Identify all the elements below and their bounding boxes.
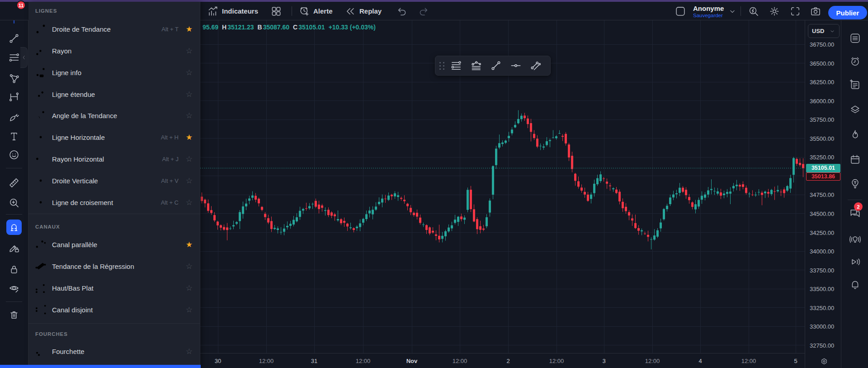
menu-section-header: FOURCHES — [35, 331, 68, 337]
menu-item-ligne-horizontale[interactable]: Ligne HorizontaleAlt + H★ — [28, 126, 200, 148]
time-tick: 12:00 — [645, 358, 660, 364]
float-tool-ft-fib-button[interactable] — [446, 57, 466, 74]
user-menu[interactable]: Anonyme Sauvegarder — [693, 5, 724, 19]
fib-retracement-tool-button[interactable] — [6, 50, 22, 65]
favorite-star-icon[interactable]: ★ — [186, 25, 193, 33]
fullscreen-button[interactable] — [789, 2, 801, 20]
layout-select-button[interactable] — [675, 2, 686, 20]
menu-item-droite-de-tendance[interactable]: Droite de TendanceAlt + T★ — [28, 18, 200, 40]
axis-settings-icon[interactable] — [819, 357, 829, 367]
remove-drawings-tool-button[interactable] — [6, 307, 22, 322]
live-ideas-button[interactable] — [848, 233, 862, 246]
menu-item-canal-parall-le[interactable]: Canal parallèle★ — [28, 234, 200, 255]
hide-drawings-tool-icon — [8, 282, 20, 294]
user-chevron-button[interactable] — [728, 2, 737, 20]
float-tool-trend-line-button[interactable] — [486, 57, 506, 74]
ruler-tool-button[interactable] — [6, 175, 22, 191]
streams-button[interactable] — [848, 255, 862, 268]
favorite-star-icon[interactable]: ★ — [186, 134, 193, 141]
menu-item-fourchette[interactable]: Fourchette☆ — [28, 340, 200, 362]
hide-drawings-tool-button[interactable] — [6, 281, 22, 296]
snapshot-button[interactable] — [810, 2, 821, 20]
star-outline-icon[interactable]: ☆ — [186, 177, 193, 185]
star-outline-icon[interactable]: ☆ — [186, 155, 193, 163]
alert-button[interactable]: Alerte — [298, 2, 333, 20]
currency-label: USD — [812, 28, 824, 34]
price-tick: 33000.00 — [810, 323, 834, 330]
menu-item-label: Rayon — [52, 47, 71, 55]
star-outline-icon[interactable]: ☆ — [186, 47, 193, 55]
time-tick: 12:00 — [453, 358, 467, 364]
price-tick: 33750.00 — [810, 267, 834, 273]
hotlists-button[interactable] — [848, 128, 862, 141]
star-outline-icon[interactable]: ☆ — [186, 284, 193, 292]
text-tool-button[interactable] — [6, 129, 22, 144]
trend-line-icon — [490, 60, 502, 72]
menu-item-label: Ligne info — [52, 69, 81, 76]
publish-button[interactable]: Publier — [828, 6, 867, 19]
star-outline-icon[interactable]: ☆ — [186, 306, 193, 314]
lock-all-tool-button[interactable] — [6, 262, 22, 277]
regression-icon — [34, 260, 47, 272]
ideas-button[interactable] — [848, 177, 862, 190]
menu-item-ligne-info[interactable]: Ligne info☆ — [28, 62, 200, 83]
save-link[interactable]: Sauvegarder — [693, 13, 724, 19]
redo-icon — [418, 5, 429, 17]
settings-button[interactable] — [769, 2, 780, 20]
zoom-tool-button[interactable] — [6, 195, 22, 210]
object-tree-button[interactable] — [848, 103, 862, 116]
time-axis[interactable]: 3012:003112:00Nov12:00212:00312:00412:00… — [200, 353, 805, 368]
pattern-tool-button[interactable] — [6, 89, 22, 105]
menu-item-ligne-tendue[interactable]: Ligne étendue☆ — [28, 83, 200, 105]
menu-item-angle-de-la-tendance[interactable]: Angle de la Tendance☆ — [28, 105, 200, 126]
layout-grid-button[interactable] — [270, 2, 282, 20]
calendar-button[interactable] — [848, 153, 862, 166]
redo-button[interactable] — [418, 2, 429, 20]
menu-item-haut-bas-plat[interactable]: Haut/Bas Plat☆ — [28, 277, 200, 299]
menu-item-tendance-de-la-r-gression[interactable]: Tendance de la Régression☆ — [28, 255, 200, 277]
menu-item-canal-disjoint[interactable]: Canal disjoint☆ — [28, 299, 200, 320]
currency-dropdown[interactable]: USD — [808, 24, 840, 38]
float-tool-ft-multi-button[interactable] — [466, 57, 486, 74]
collapse-menu-tab[interactable] — [20, 47, 28, 68]
chat-badge: 2 — [854, 202, 863, 211]
alerts-button[interactable] — [848, 54, 862, 68]
horizontal-ray-icon — [34, 153, 47, 165]
star-outline-icon[interactable]: ☆ — [186, 91, 193, 98]
news-icon — [849, 79, 861, 91]
fullscreen-icon — [789, 5, 801, 17]
brush-tool-button[interactable] — [6, 110, 22, 125]
pitchfork-tool-button[interactable] — [6, 71, 22, 86]
ft-multi-icon — [470, 60, 482, 72]
time-tick: 12:00 — [356, 358, 371, 364]
price-axis[interactable]: USD 35105.01 35013.86 36750.0036500.0036… — [805, 20, 841, 368]
trend-line-tool-button[interactable] — [6, 31, 22, 46]
star-outline-icon[interactable]: ☆ — [186, 263, 193, 270]
notifications-button[interactable] — [848, 277, 862, 291]
toolbar-separator — [292, 6, 292, 16]
magnet-tool-button[interactable] — [6, 220, 22, 235]
star-outline-icon[interactable]: ☆ — [186, 69, 193, 76]
float-tool-horizontal-line-button[interactable] — [506, 57, 526, 74]
news-button[interactable] — [848, 78, 862, 91]
float-tool-parallel-channel-button[interactable] — [526, 57, 546, 74]
chart-pane[interactable]: 95.69 H 35121.23 B 35087.60 C 35105.01 +… — [200, 20, 805, 353]
star-outline-icon[interactable]: ☆ — [186, 348, 193, 355]
replay-button[interactable]: Replay — [344, 2, 382, 20]
drawing-lock-tool-button[interactable] — [6, 240, 22, 255]
menu-item-rayon[interactable]: Rayon☆ — [28, 40, 200, 62]
menu-item-ligne-de-croisement[interactable]: Ligne de croisementAlt + C☆ — [28, 191, 200, 213]
drag-handle[interactable] — [438, 60, 446, 72]
last-price-tag: 35105.01 — [806, 164, 840, 172]
emoji-tool-button[interactable] — [6, 147, 22, 162]
star-outline-icon[interactable]: ☆ — [186, 112, 193, 119]
menu-item-rayon-horizontal[interactable]: Rayon HorizontalAlt + J☆ — [28, 148, 200, 170]
quick-search-button[interactable] — [748, 2, 760, 20]
favorite-star-icon[interactable]: ★ — [186, 241, 193, 249]
notifications-icon — [849, 278, 861, 291]
undo-button[interactable] — [396, 2, 408, 20]
menu-item-droite-verticale[interactable]: Droite VerticaleAlt + V☆ — [28, 170, 200, 191]
indicators-button[interactable]: Indicateurs — [207, 2, 258, 20]
star-outline-icon[interactable]: ☆ — [186, 199, 193, 206]
watchlist-button[interactable] — [848, 31, 862, 45]
